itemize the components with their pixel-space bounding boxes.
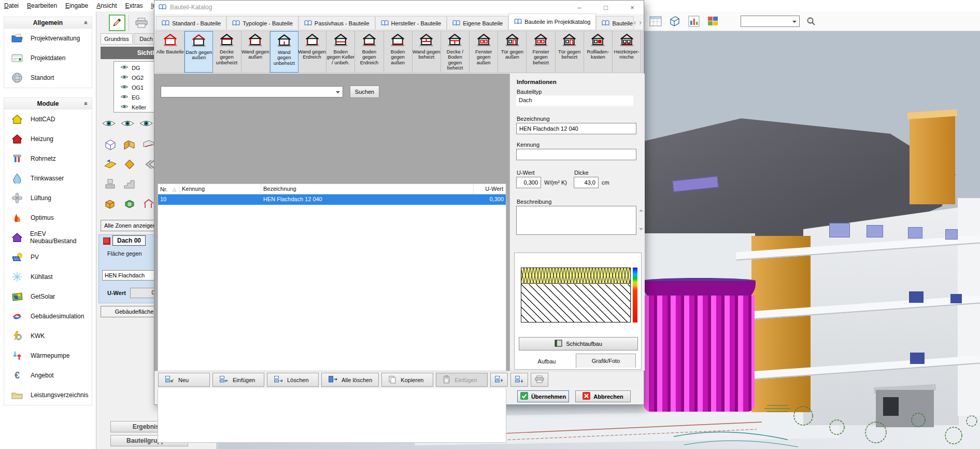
stamp-tool-icon[interactable] xyxy=(102,175,119,193)
sidebar-item-k-hllast[interactable]: Kühllast xyxy=(4,267,92,287)
cancel-button[interactable]: Abbrechen xyxy=(575,390,631,402)
bezeichnung-input[interactable] xyxy=(516,123,636,134)
search-combobox[interactable] xyxy=(161,86,343,97)
scroll-up-icon[interactable] xyxy=(639,207,643,212)
sidebar-item-w-rmepumpe[interactable]: Wärmepumpe xyxy=(4,346,92,366)
sidebar-item-getsolar[interactable]: GetSolar xyxy=(4,287,92,306)
sidebar-item-trinkwasser[interactable]: Trinkwasser xyxy=(4,169,92,188)
eye-icon[interactable] xyxy=(120,118,135,130)
sidebar-item-l-ftung[interactable]: Lüftung xyxy=(4,188,92,208)
dialog-tab-bauteile-d[interactable]: Bauteile d xyxy=(596,16,633,30)
beschreibung-input[interactable] xyxy=(516,206,636,235)
dialog-tab-typologie-bauteile[interactable]: Typologie - Bauteile xyxy=(226,16,299,30)
cube-3d-icon-button[interactable] xyxy=(667,13,683,29)
column-nr[interactable]: Nr.△ xyxy=(158,184,180,194)
category-t-r-gegen-beheizt[interactable]: Tür gegen beheizt xyxy=(556,31,584,73)
table-row[interactable]: 10 HEN Flachdach 12 040 0,300 xyxy=(158,194,506,205)
magnifier-icon-button[interactable] xyxy=(803,13,819,29)
paste-button[interactable]: Einfügen xyxy=(436,373,488,387)
category-boden-gegen-au-en[interactable]: Boden gegen außen xyxy=(384,31,413,73)
sidebar-item-heizung[interactable]: Heizung xyxy=(4,129,92,149)
eye-icon[interactable] xyxy=(102,118,116,130)
selected-element-title[interactable]: Dach 00 xyxy=(112,235,146,246)
dialog-tab-bauteile-im-projektkatalog[interactable]: Bauteile im Projektkatalog xyxy=(508,13,596,30)
dialog-tab-eigene-bauteile[interactable]: Eigene Bauteile xyxy=(447,16,508,30)
apply-button[interactable]: Übernehmen xyxy=(517,390,569,402)
maximize-button[interactable]: □ xyxy=(594,1,617,14)
collapse-icon[interactable]: » xyxy=(82,102,90,105)
dialog-tab-passivhaus-bauteile[interactable]: Passivhaus - Bauteile xyxy=(299,16,375,30)
column-u-wert[interactable]: U-Wert xyxy=(474,184,506,194)
category-heizk-rper-nische[interactable]: Heizkörper-nische xyxy=(613,31,641,73)
column-bezeichnung[interactable]: Bezeichnung xyxy=(261,184,474,194)
category-fenster-gegen-au-en[interactable]: Fenster gegen außen xyxy=(470,31,498,73)
sidebar-item-angebot[interactable]: € Angebot xyxy=(4,366,92,385)
search-button[interactable]: Suchen xyxy=(350,86,379,98)
category-wand-gegen-unbeheizt[interactable]: Wand gegen unbeheizt xyxy=(270,31,299,73)
component-input[interactable] xyxy=(102,270,158,280)
minimize-button[interactable]: – xyxy=(568,1,591,14)
sidebar-item-optimus[interactable]: Optimus xyxy=(4,208,92,228)
view-combo-input[interactable] xyxy=(741,18,792,24)
schichtaufbau-button[interactable]: Schichtaufbau xyxy=(519,337,638,350)
category-boden-gegen-erdreich[interactable]: Boden gegen Erdreich xyxy=(355,31,384,73)
row-move-up-button[interactable] xyxy=(490,373,508,387)
close-button[interactable]: × xyxy=(621,1,644,14)
collapse-icon[interactable]: » xyxy=(82,21,90,24)
sidebar-item-kwk[interactable]: KWK xyxy=(4,326,92,346)
sidebar-item-pv[interactable]: PV xyxy=(4,247,92,267)
category-decke-boden-gegen-beheizt[interactable]: Decke / Boden gegen beheizt xyxy=(441,31,470,73)
sidebar-item-projektdaten[interactable]: Projektdaten xyxy=(4,48,92,68)
tab-scroll-right[interactable]: › xyxy=(639,18,642,26)
search-input[interactable] xyxy=(161,89,336,95)
row-new-button[interactable]: Neu xyxy=(158,373,210,387)
category-wand-gegen-au-en[interactable]: Wand gegen außen xyxy=(242,31,270,73)
category-boden-gegen-keller-unbeh[interactable]: Boden gegen Keller / unbeh. xyxy=(326,31,355,73)
eye-icon[interactable] xyxy=(139,118,153,130)
copy-button[interactable]: Kopieren xyxy=(381,373,433,387)
category-alle-bauteile[interactable]: Alle Bauteile xyxy=(156,31,184,73)
menu-bearbeiten[interactable]: Bearbeiten xyxy=(23,0,61,11)
dialog-tab-hersteller-bauteile[interactable]: Hersteller - Bauteile xyxy=(375,16,447,30)
sidebar-item-standort[interactable]: Standort xyxy=(4,68,92,88)
tab-aufbau[interactable]: Aufbau xyxy=(519,355,575,368)
edit-pencil-button[interactable] xyxy=(109,15,125,31)
category-decke-gegen-unbeheizt[interactable]: Decke gegen unbeheizt xyxy=(212,31,241,73)
category-wand-gegen-beheizt[interactable]: Wand gegen beheizt xyxy=(413,31,441,73)
column-kennung[interactable]: Kennung xyxy=(180,184,261,194)
tab-grafik-foto[interactable]: Grafik/Foto xyxy=(576,354,636,368)
print-button[interactable] xyxy=(531,373,548,387)
sidebar-item-rohrnetz[interactable]: Rohrnetz xyxy=(4,149,92,169)
stairs-tool-icon[interactable] xyxy=(121,175,138,193)
room-zone-tool-icon[interactable]: R xyxy=(121,195,138,213)
sidebar-item-geb-udesimulation[interactable]: Gebäudesimulation xyxy=(4,306,92,326)
menu-ansicht[interactable]: Ansicht xyxy=(92,0,121,11)
category-rollladen-kasten[interactable]: Rollladen-kasten xyxy=(584,31,613,73)
uwert-input[interactable] xyxy=(516,177,541,188)
category-dach-gegen-au-en[interactable]: Dach gegen außen xyxy=(184,31,213,73)
table-view-icon-button[interactable] xyxy=(648,13,663,29)
row-insert-button[interactable]: Einfügen xyxy=(212,373,264,387)
menu-eingabe[interactable]: Eingabe xyxy=(61,0,92,11)
sidebar-item-projektverwaltung[interactable]: Projektverwaltung xyxy=(4,29,92,48)
roof-slab-tool-icon[interactable] xyxy=(102,156,119,173)
menu-datei[interactable]: Datei xyxy=(0,0,23,11)
print-button[interactable] xyxy=(133,17,150,30)
scroll-down-icon[interactable] xyxy=(639,228,643,232)
category-fenster-gegen-beheizt[interactable]: Fenster gegen beheizt xyxy=(527,31,555,73)
section-header-allgemein[interactable]: Allgemein » xyxy=(4,17,92,29)
render-colors-icon-button[interactable] xyxy=(705,13,721,29)
sidebar-item-hottcad[interactable]: HottCAD xyxy=(4,109,92,129)
diamond-tool-icon[interactable] xyxy=(121,156,138,173)
dicke-input[interactable] xyxy=(574,177,599,188)
menu-extras[interactable]: Extras xyxy=(121,0,147,11)
kennung-input[interactable] xyxy=(516,149,636,160)
rows-delete-all-button[interactable]: Alle löschen xyxy=(321,373,379,387)
row-delete-button[interactable]: Löschen xyxy=(267,373,319,387)
cube-tool-icon[interactable] xyxy=(102,136,119,153)
view-combobox[interactable] xyxy=(741,16,800,27)
box-3d-tool-icon[interactable] xyxy=(102,195,119,213)
category-t-r-gegen-au-en[interactable]: Tür gegen außen xyxy=(498,31,527,73)
dialog-tab-standard-bauteile[interactable]: Standard - Bauteile xyxy=(156,16,226,30)
row-move-down-button[interactable] xyxy=(510,373,528,387)
